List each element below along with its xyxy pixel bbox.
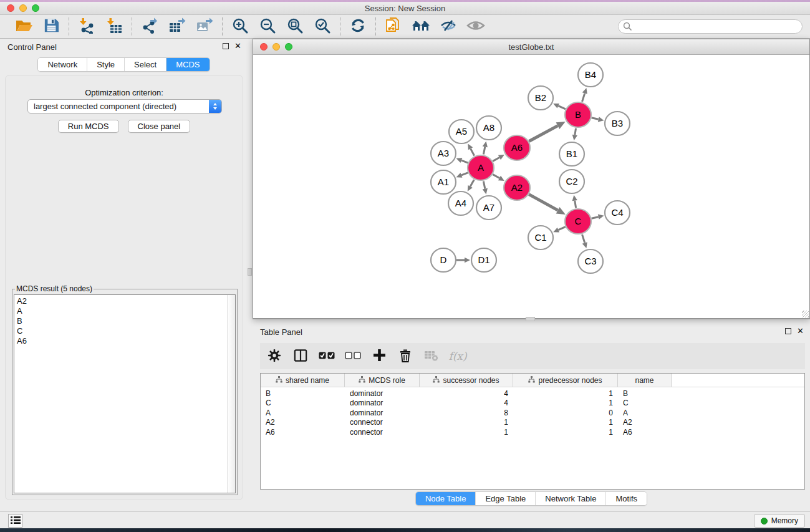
table-cell[interactable]: 1 — [420, 428, 513, 437]
table-cell[interactable]: 0 — [513, 409, 618, 417]
result-item[interactable]: A — [17, 306, 235, 316]
network-edge-A-A3[interactable] — [461, 160, 468, 163]
open-network-file-button[interactable] — [384, 17, 403, 36]
network-node-A1[interactable]: A1 — [431, 170, 456, 194]
table-cell[interactable]: connector — [345, 428, 420, 437]
table-row[interactable]: Adominator80A — [261, 408, 804, 418]
open-session-button[interactable] — [14, 17, 33, 36]
network-node-B1[interactable]: B1 — [559, 142, 584, 166]
tab-mcds[interactable]: MCDS — [166, 58, 209, 71]
zoom-fit-button[interactable] — [286, 17, 304, 36]
network-edge-C-C4[interactable] — [591, 217, 598, 219]
table-cell[interactable]: A6 — [618, 428, 672, 437]
export-table-button[interactable] — [168, 17, 186, 36]
column-header-predecessor-nodes[interactable]: predecessor nodes — [513, 374, 618, 387]
table-cell[interactable]: 1 — [513, 399, 618, 407]
network-node-C1[interactable]: C1 — [528, 226, 553, 249]
table-cell[interactable]: 8 — [420, 409, 513, 417]
network-edge-A-A7[interactable] — [483, 181, 485, 189]
save-session-button[interactable] — [42, 17, 60, 36]
network-edge-B-B4[interactable] — [582, 94, 585, 102]
network-edge-A6-B[interactable] — [529, 126, 557, 142]
table-cell[interactable]: A2 — [261, 418, 345, 427]
tab-node-table[interactable]: Node Table — [416, 492, 476, 505]
table-row[interactable]: Cdominator41C — [261, 399, 804, 409]
column-header-MCDS-role[interactable]: MCDS role — [345, 374, 420, 387]
network-edge-B-B1[interactable] — [575, 128, 576, 135]
network-node-C[interactable]: C — [565, 209, 591, 234]
result-item[interactable]: B — [17, 316, 235, 326]
window-resize-grip[interactable] — [802, 311, 809, 317]
tab-select[interactable]: Select — [125, 58, 166, 71]
deselect-all-columns-button[interactable] — [345, 348, 361, 364]
function-builder-button[interactable]: f(x) — [450, 348, 466, 364]
export-network-button[interactable] — [140, 17, 159, 36]
table-cell[interactable]: dominator — [345, 399, 420, 407]
close-table-panel-icon[interactable]: ✕ — [797, 327, 804, 335]
hide-graphics-details-button[interactable] — [439, 17, 458, 36]
home-button[interactable] — [412, 17, 430, 36]
network-edge-B-B2[interactable] — [558, 106, 566, 109]
result-item[interactable]: C — [17, 326, 235, 336]
network-edge-A-A6[interactable] — [493, 157, 499, 161]
export-image-button[interactable] — [195, 17, 214, 36]
table-cell[interactable]: 1 — [513, 428, 618, 437]
table-cell[interactable]: 1 — [420, 418, 513, 427]
network-node-D1[interactable]: D1 — [471, 248, 496, 272]
mcds-result-list[interactable]: A2ABCA6 — [14, 294, 236, 493]
tab-style[interactable]: Style — [87, 58, 125, 71]
tab-network-table[interactable]: Network Table — [536, 492, 606, 505]
network-node-A8[interactable]: A8 — [476, 116, 501, 140]
table-row[interactable]: Bdominator41B — [261, 389, 804, 399]
zoom-out-button[interactable] — [258, 17, 277, 36]
create-column-button[interactable] — [371, 348, 387, 364]
panel-splitter-handle[interactable] — [248, 268, 252, 276]
table-cell[interactable]: A — [618, 409, 672, 417]
float-table-panel-icon[interactable] — [785, 328, 791, 334]
delete-column-button[interactable] — [397, 348, 413, 364]
network-edge-A-A5[interactable] — [471, 148, 475, 155]
refresh-button[interactable] — [349, 17, 367, 36]
close-panel-button[interactable]: Close panel — [128, 120, 191, 133]
table-cell[interactable]: A6 — [261, 428, 345, 437]
table-cell[interactable]: connector — [345, 418, 420, 427]
show-graphics-details-button[interactable] — [466, 17, 485, 36]
memory-button[interactable]: Memory — [754, 514, 805, 528]
network-node-B[interactable]: B — [565, 102, 591, 127]
table-cell[interactable]: C — [618, 399, 672, 407]
zoom-in-button[interactable] — [231, 17, 249, 36]
delete-table-button[interactable] — [423, 348, 440, 364]
network-node-D[interactable]: D — [431, 248, 456, 272]
network-node-B3[interactable]: B3 — [605, 112, 630, 135]
table-cell[interactable]: dominator — [345, 389, 420, 398]
network-node-B4[interactable]: B4 — [578, 63, 603, 87]
network-edge-C-C2[interactable] — [575, 201, 576, 208]
result-list-scrollbar[interactable] — [227, 295, 235, 493]
import-network-button[interactable] — [77, 17, 96, 36]
network-canvas[interactable]: B4B2BB3A8A5A6A3B1AC2A1A2A4A7C4CC1C3DD1 — [253, 55, 809, 318]
column-layout-button[interactable] — [292, 348, 309, 364]
network-node-C4[interactable]: C4 — [605, 201, 630, 225]
table-cell[interactable]: A — [261, 409, 345, 417]
import-table-button[interactable] — [105, 17, 123, 36]
network-edge-A2-C[interactable] — [529, 195, 557, 211]
network-edge-B-B3[interactable] — [591, 118, 598, 120]
table-cell[interactable]: 1 — [513, 389, 618, 398]
network-node-A3[interactable]: A3 — [431, 142, 456, 165]
tab-edge-table[interactable]: Edge Table — [476, 492, 536, 505]
table-cell[interactable]: B — [618, 389, 672, 398]
network-node-B2[interactable]: B2 — [528, 86, 553, 110]
column-header-shared-name[interactable]: shared name — [261, 374, 345, 387]
column-header-successor-nodes[interactable]: successor nodes — [420, 374, 513, 387]
tab-network[interactable]: Network — [38, 58, 87, 71]
table-row[interactable]: A2connector11A2 — [261, 418, 804, 428]
tab-motifs[interactable]: Motifs — [606, 492, 647, 505]
table-row[interactable]: A6connector11A6 — [261, 427, 804, 437]
result-item[interactable]: A2 — [17, 296, 235, 306]
table-cell[interactable]: 4 — [420, 399, 513, 407]
column-header-name[interactable]: name — [618, 374, 672, 387]
network-edge-A-A4[interactable] — [470, 180, 474, 186]
network-table-divider-handle[interactable] — [526, 317, 535, 321]
result-item[interactable]: A6 — [17, 336, 235, 346]
table-cell[interactable]: A2 — [618, 418, 672, 427]
